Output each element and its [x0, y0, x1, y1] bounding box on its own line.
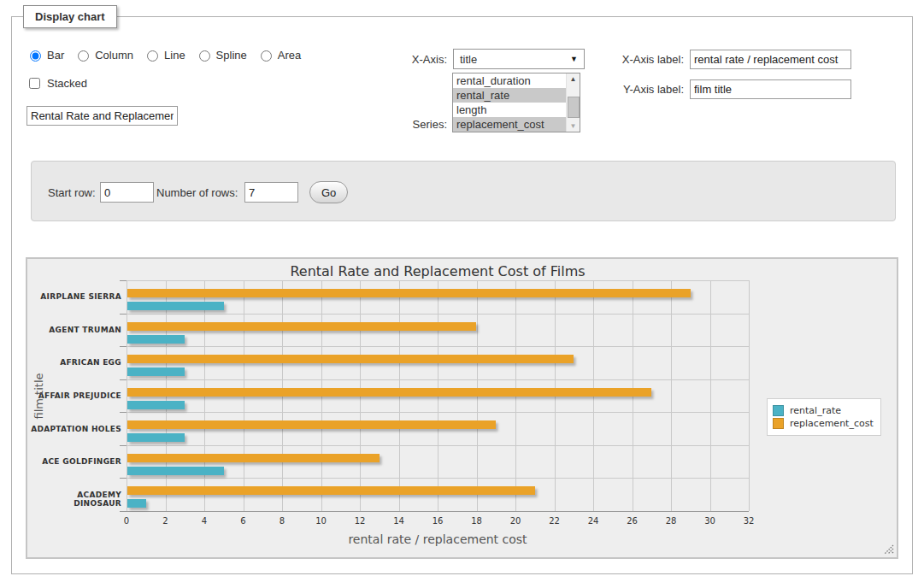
series-scrollbar[interactable]: ▲ ▼	[566, 73, 580, 132]
chart-type-option-column[interactable]: Column	[74, 48, 133, 62]
bar-rental_rate	[127, 302, 224, 310]
y-tick-mark	[120, 314, 127, 315]
bar-replacement_cost	[127, 454, 380, 462]
start-row-input[interactable]	[100, 182, 154, 203]
bar-replacement_cost	[127, 322, 476, 331]
x-tick-label: 16	[425, 516, 450, 526]
display-chart-legend: Display chart	[23, 5, 117, 28]
legend-label: rental_rate	[790, 405, 841, 416]
grid-line-horizontal	[127, 346, 749, 347]
scroll-down-icon[interactable]: ▼	[567, 121, 580, 132]
x-tick-label: 32	[736, 516, 762, 526]
x-axis-label-field-label: X-Axis label:	[598, 53, 684, 66]
series-option-rental_duration[interactable]: rental_duration	[453, 73, 567, 88]
bar-rental_rate	[127, 367, 185, 376]
x-tick-label: 10	[309, 516, 334, 526]
series-field-label: Series:	[362, 118, 447, 131]
y-tick-mark	[120, 280, 127, 281]
grid-line-horizontal	[127, 412, 749, 413]
scroll-up-icon[interactable]: ▲	[567, 73, 580, 85]
y-tick-mark	[120, 511, 127, 512]
x-axis-label-input[interactable]	[690, 50, 851, 69]
grid-line-horizontal	[127, 314, 749, 315]
x-axis-title: rental rate / replacement cost	[127, 532, 749, 546]
chart-type-label: Spline	[216, 49, 247, 62]
x-tick-label: 18	[464, 516, 490, 526]
bar-replacement_cost	[127, 388, 651, 397]
series-option-length[interactable]: length	[453, 103, 567, 117]
series-option-rental_rate[interactable]: rental_rate	[453, 88, 567, 103]
chart-type-option-spline[interactable]: Spline	[195, 48, 247, 62]
chart-title-input[interactable]	[26, 106, 178, 126]
grid-line-vertical	[671, 280, 672, 511]
legend-label: replacement_cost	[790, 418, 874, 429]
radio-bar[interactable]	[30, 50, 41, 62]
radio-area[interactable]	[261, 50, 272, 62]
chart-type-label: Column	[95, 49, 133, 62]
legend-entry-replacement_cost: replacement_cost	[773, 418, 874, 429]
y-axis-label-field-label: Y-Axis label:	[598, 83, 684, 96]
y-axis-title: film title	[31, 280, 46, 511]
bar-replacement_cost	[127, 420, 496, 429]
grid-line-horizontal	[127, 379, 749, 380]
x-tick-label: 28	[658, 516, 684, 526]
x-tick-label: 14	[386, 516, 412, 526]
series-option-replacement_cost[interactable]: replacement_cost	[453, 117, 567, 132]
x-tick-label: 8	[269, 516, 295, 526]
x-tick-label: 30	[697, 516, 723, 526]
chart-type-radio-group: BarColumnLineSplineArea	[26, 48, 301, 62]
chart-type-option-line[interactable]: Line	[143, 48, 185, 62]
radio-line[interactable]	[147, 50, 158, 62]
chart-type-option-area[interactable]: Area	[256, 48, 301, 62]
legend-swatch	[773, 405, 784, 416]
grid-line-horizontal	[127, 445, 749, 446]
x-tick-label: 4	[191, 516, 217, 526]
x-axis-selected-value: title	[460, 53, 477, 66]
radio-column[interactable]	[78, 50, 89, 62]
bar-replacement_cost	[127, 289, 691, 297]
x-axis-select[interactable]: title ▼	[453, 49, 585, 69]
x-tick-label: 0	[114, 516, 139, 526]
radio-spline[interactable]	[199, 50, 210, 62]
chart-container: Rental Rate and Replacement Cost of Film…	[26, 257, 898, 559]
start-row-label: Start row:	[48, 186, 96, 199]
chart-legend: rental_ratereplacement_cost	[767, 398, 881, 436]
chart-type-label: Area	[278, 49, 301, 62]
x-axis-field-label: X-Axis:	[362, 53, 447, 66]
stacked-checkbox[interactable]	[29, 78, 40, 89]
x-tick-label: 6	[231, 516, 256, 526]
resize-handle-icon[interactable]	[884, 544, 894, 555]
bar-rental_rate	[127, 467, 224, 475]
legend-swatch	[773, 418, 784, 429]
bar-rental_rate	[127, 401, 185, 409]
stacked-label: Stacked	[47, 77, 87, 90]
stacked-row: Stacked	[26, 75, 87, 91]
y-tick-mark	[120, 379, 127, 380]
bar-rental_rate	[127, 335, 185, 344]
series-listbox[interactable]: rental_durationrental_ratelengthreplacem…	[452, 73, 580, 132]
number-of-rows-label: Number of rows:	[156, 186, 238, 199]
chart-type-option-bar[interactable]: Bar	[26, 48, 64, 62]
y-tick-mark	[120, 346, 127, 347]
x-tick-label: 2	[153, 516, 179, 526]
scroll-thumb[interactable]	[568, 97, 580, 118]
x-axis-line	[127, 511, 749, 512]
y-tick-mark	[120, 478, 127, 479]
go-button[interactable]: Go	[309, 181, 348, 203]
grid-line-horizontal	[127, 280, 749, 281]
x-tick-label: 20	[503, 516, 528, 526]
y-axis-label-input[interactable]	[690, 79, 851, 99]
legend-entry-rental_rate: rental_rate	[773, 405, 874, 416]
bar-replacement_cost	[127, 486, 535, 495]
dropdown-arrow-icon: ▼	[570, 55, 578, 63]
number-of-rows-input[interactable]	[244, 182, 298, 203]
grid-line-horizontal	[127, 478, 749, 479]
x-tick-label: 22	[542, 516, 568, 526]
y-tick-mark	[120, 412, 127, 413]
chart-type-label: Line	[164, 49, 185, 62]
grid-line-vertical	[749, 280, 750, 511]
chart-title: Rental Rate and Replacement Cost of Film…	[127, 263, 749, 279]
bar-replacement_cost	[127, 355, 574, 363]
bar-rental_rate	[127, 433, 185, 442]
series-options: rental_durationrental_ratelengthreplacem…	[453, 73, 580, 132]
